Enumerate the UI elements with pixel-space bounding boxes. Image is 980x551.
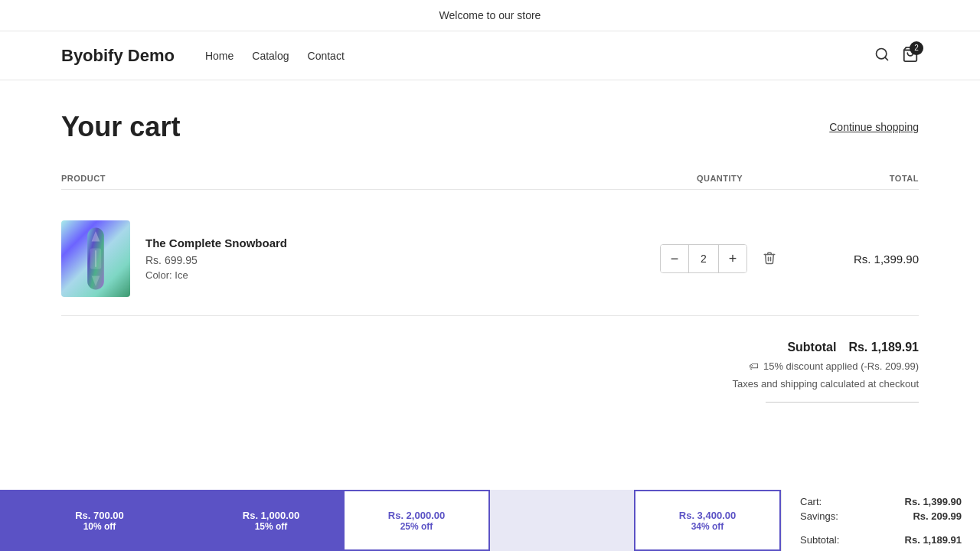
summary-savings-value: Rs. 209.99 xyxy=(913,510,962,522)
summary-cart-label: Cart: xyxy=(800,496,822,507)
discount-info: 🏷 15% discount applied (-Rs. 209.99) xyxy=(61,360,919,372)
summary-savings-row: Savings: Rs. 209.99 xyxy=(800,510,962,522)
qty-value: 2 xyxy=(688,245,719,272)
tier-1-amount: Rs. 700.00 xyxy=(75,510,124,521)
nav-home[interactable]: Home xyxy=(205,50,234,62)
trash-icon xyxy=(763,251,776,265)
delete-item-button[interactable] xyxy=(760,248,779,270)
taxes-note: Taxes and shipping calculated at checkou… xyxy=(61,378,919,390)
col-quantity-label: QUANTITY xyxy=(643,174,796,183)
tier-1-discount: 10% off xyxy=(83,521,116,532)
nav-catalog[interactable]: Catalog xyxy=(252,50,289,62)
header-icons: 2 xyxy=(874,46,919,66)
col-product-label: PRODUCT xyxy=(61,174,643,183)
tier-4[interactable] xyxy=(490,490,634,533)
progress-bar: Rs. 700.00 10% off Rs. 1,000.00 15% off … xyxy=(0,490,781,533)
svg-line-1 xyxy=(885,57,888,60)
snowboard-image xyxy=(80,224,111,293)
tier-3-discount: 25% off xyxy=(400,521,433,532)
summary-cart-value: Rs. 1,399.90 xyxy=(905,496,962,507)
nav-contact[interactable]: Contact xyxy=(308,50,345,62)
item-total: Rs. 1,399.90 xyxy=(796,253,919,266)
summary-cart-row: Cart: Rs. 1,399.90 xyxy=(800,496,962,507)
product-image xyxy=(61,220,130,297)
tier-2-discount: 15% off xyxy=(255,521,288,532)
header: Byobify Demo Home Catalog Contact 2 xyxy=(0,31,980,80)
discount-text: 15% discount applied (-Rs. 209.99) xyxy=(763,360,919,372)
continue-shopping-link[interactable]: Continue shopping xyxy=(829,121,919,133)
cart-table-header: PRODUCT QUANTITY TOTAL xyxy=(61,168,919,190)
summary-savings-label: Savings: xyxy=(800,510,838,522)
subtotal-value: Rs. 1,189.91 xyxy=(848,341,919,354)
product-name: The Complete Snowboard xyxy=(145,236,287,249)
cart-header: Your cart Continue shopping xyxy=(61,111,919,143)
search-icon[interactable] xyxy=(874,47,890,65)
qty-decrease-button[interactable]: − xyxy=(661,245,688,272)
main-nav: Home Catalog Contact xyxy=(205,50,874,62)
main-content: Your cart Continue shopping PRODUCT QUAN… xyxy=(0,80,980,533)
subtotal-row: Subtotal Rs. 1,189.91 xyxy=(61,341,919,354)
product-info: The Complete Snowboard Rs. 699.95 Color:… xyxy=(61,220,643,297)
logo[interactable]: Byobify Demo xyxy=(61,46,175,66)
tag-icon: 🏷 xyxy=(749,360,759,372)
cart-badge: 2 xyxy=(910,41,923,55)
cart-summary: Subtotal Rs. 1,189.91 🏷 15% discount app… xyxy=(61,341,919,403)
tier-5[interactable]: Rs. 3,400.00 34% off xyxy=(634,490,781,533)
tier-2-amount: Rs. 1,000.00 xyxy=(243,510,299,521)
quantity-controls: − 2 + xyxy=(643,244,796,273)
progress-section: Rs. 700.00 10% off Rs. 1,000.00 15% off … xyxy=(0,490,980,533)
cart-title: Your cart xyxy=(61,111,180,143)
announcement-bar: Welcome to our store xyxy=(0,0,980,31)
tier-5-discount: 34% off xyxy=(691,521,724,532)
announcement-text: Welcome to our store xyxy=(439,9,541,21)
product-color: Color: Ice xyxy=(145,269,287,281)
col-total-label: TOTAL xyxy=(796,174,919,183)
summary-panel: Cart: Rs. 1,399.90 Savings: Rs. 209.99 S… xyxy=(781,490,980,533)
subtotal-label: Subtotal xyxy=(787,341,836,354)
tier-5-amount: Rs. 3,400.00 xyxy=(679,510,736,521)
product-price: Rs. 699.95 xyxy=(145,254,287,266)
qty-increase-button[interactable]: + xyxy=(719,245,746,272)
cart-icon-wrapper[interactable]: 2 xyxy=(902,46,919,66)
qty-box: − 2 + xyxy=(660,244,747,273)
tier-2[interactable]: Rs. 1,000.00 15% off xyxy=(199,490,343,533)
tier-3[interactable]: Rs. 2,000.00 25% off xyxy=(343,490,490,533)
tier-1[interactable]: Rs. 700.00 10% off xyxy=(0,490,199,533)
product-details: The Complete Snowboard Rs. 699.95 Color:… xyxy=(145,236,287,281)
cart-item: The Complete Snowboard Rs. 699.95 Color:… xyxy=(61,202,919,316)
tier-3-amount: Rs. 2,000.00 xyxy=(388,510,445,521)
